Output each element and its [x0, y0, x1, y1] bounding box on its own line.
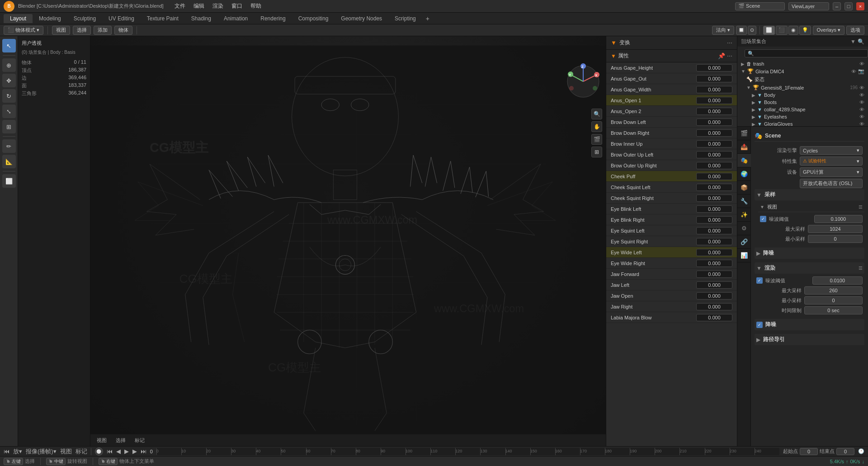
- shape-key-row[interactable]: Jaw Forward 0.000: [606, 269, 737, 280]
- snap-toggle[interactable]: 🔲: [736, 26, 747, 35]
- props-tab-world[interactable]: 🌍: [737, 167, 751, 181]
- outliner-item-body[interactable]: ▶ ▼ Body 👁: [748, 91, 868, 99]
- window-close-btn[interactable]: ×: [856, 2, 864, 10]
- playback-first-btn[interactable]: ⏮: [4, 448, 9, 455]
- props-tab-constraints[interactable]: 🔗: [737, 235, 751, 249]
- menu-window[interactable]: 窗口: [228, 1, 246, 11]
- tab-modeling[interactable]: Modeling: [33, 14, 67, 23]
- shape-keys-list[interactable]: Anus Gape_Height 0.000 Anus Gape_Out 0.0…: [606, 62, 737, 446]
- menu-file[interactable]: 文件: [171, 1, 189, 11]
- props-tab-render[interactable]: 🎬: [737, 127, 751, 140]
- shape-key-row[interactable]: Jaw Open 0.000: [606, 290, 737, 301]
- shape-key-row[interactable]: Brow Down Right 0.000: [606, 128, 737, 138]
- playback-skip-start-btn[interactable]: ⏮: [107, 448, 113, 455]
- shape-key-value[interactable]: 0.000: [696, 227, 732, 234]
- pin-icon[interactable]: 📌: [718, 52, 725, 59]
- shape-key-row[interactable]: Anus_Open 2 0.000: [606, 106, 737, 117]
- add-cube-btn[interactable]: ⬜: [2, 174, 16, 188]
- shape-key-row[interactable]: Anus_Open 1 0.000: [606, 95, 737, 106]
- denoising2-checkbox[interactable]: ✓: [756, 322, 763, 328]
- attributes-header[interactable]: ▼ 属性 📌 ⋯: [606, 50, 737, 62]
- select-tool-btn[interactable]: ↖: [2, 39, 16, 52]
- shape-key-row[interactable]: Eye Wide Right 0.000: [606, 258, 737, 269]
- shape-keys-expand-btn[interactable]: ⋯: [727, 40, 732, 46]
- tab-rendering[interactable]: Rendering: [254, 14, 292, 23]
- osl-btn[interactable]: 开放式着色语言 (OSL): [800, 179, 863, 188]
- max-samples-value[interactable]: 1024: [808, 225, 863, 233]
- shape-key-value[interactable]: 0.000: [696, 119, 732, 126]
- shape-key-value[interactable]: 0.000: [696, 64, 732, 71]
- navigation-gizmo[interactable]: X Y Z: [565, 63, 601, 100]
- current-frame-display[interactable]: 0: [150, 449, 153, 454]
- shape-key-row[interactable]: Jaw Right 0.000: [606, 301, 737, 312]
- noise-threshold-checkbox[interactable]: ✓: [760, 216, 766, 222]
- shape-key-value[interactable]: 0.000: [696, 260, 732, 267]
- shape-key-row[interactable]: Eye Squint Right 0.000: [606, 236, 737, 247]
- outliner-search-input[interactable]: [745, 49, 868, 57]
- shape-key-value[interactable]: 0.000: [696, 129, 732, 137]
- collapse-arrow[interactable]: ▼: [611, 39, 617, 46]
- outliner-item-genesis[interactable]: ▼ 🏆 Genesis8_1Female 196 👁: [743, 84, 868, 91]
- shape-key-row[interactable]: Cheek Squint Left 0.000: [606, 182, 737, 193]
- shape-key-value[interactable]: 0.000: [696, 281, 732, 289]
- add-workspace-btn[interactable]: +: [422, 14, 433, 24]
- grid-view-btn[interactable]: ⊞: [591, 147, 602, 157]
- shape-key-value[interactable]: 0.000: [696, 195, 732, 202]
- playback-keying-btn[interactable]: ⚪: [95, 447, 103, 456]
- props-tab-data[interactable]: 📊: [737, 249, 751, 262]
- device-dropdown[interactable]: GPU计算 ▾: [800, 167, 863, 177]
- vp-view-btn[interactable]: 视图: [94, 436, 109, 445]
- overlay-btn[interactable]: Overlays ▾: [813, 26, 844, 35]
- render-time-value[interactable]: 0 sec: [804, 306, 863, 314]
- shape-key-row[interactable]: Cheek Squint Right 0.000: [606, 193, 737, 204]
- shape-key-row[interactable]: Brow Inner Up 0.000: [606, 138, 737, 149]
- props-tab-modifier[interactable]: 🔧: [737, 195, 751, 208]
- camera-view-btn[interactable]: 🎬: [591, 134, 602, 145]
- shape-key-value[interactable]: 0.000: [696, 86, 732, 93]
- shape-key-row[interactable]: Anus Gape_Height 0.000: [606, 62, 737, 73]
- shape-key-row[interactable]: Brow Down Left 0.000: [606, 117, 737, 128]
- expand-icon[interactable]: ⋯: [727, 53, 732, 59]
- props-tab-output[interactable]: 📤: [737, 140, 751, 154]
- outliner-item-boots[interactable]: ▶ ▼ Boots 👁: [748, 99, 868, 106]
- outliner-item-trash[interactable]: ▶ 🗑 trash 👁: [737, 60, 868, 67]
- gizmo-dropdown[interactable]: 法向 ▾: [712, 26, 734, 35]
- props-tab-physics[interactable]: ⚙: [737, 222, 751, 235]
- material-preview-btn[interactable]: ◉: [788, 26, 798, 35]
- shape-key-row[interactable]: Cheek Puff 0.000: [606, 171, 737, 182]
- tab-scripting[interactable]: Scripting: [388, 14, 422, 23]
- visibility-toggle[interactable]: 👁: [851, 69, 856, 74]
- shape-key-row[interactable]: Labia Majora Blow 0.000: [606, 312, 737, 323]
- menu-edit[interactable]: 编辑: [190, 1, 208, 11]
- playback-camera[interactable]: 报像(播帧)▾: [26, 447, 57, 456]
- shape-key-value[interactable]: 0.000: [696, 97, 732, 104]
- shape-key-row[interactable]: Eye Squint Left 0.000: [606, 225, 737, 236]
- render-max-value[interactable]: 260: [804, 286, 863, 295]
- path-guiding-header[interactable]: ▶ 路径导引: [755, 334, 864, 345]
- outliner-item-collar[interactable]: ▶ ▼ collar_4289.Shape 👁: [748, 106, 868, 113]
- window-minimize-btn[interactable]: –: [833, 2, 841, 10]
- object-menu-btn[interactable]: 物体: [114, 26, 132, 35]
- shape-key-value[interactable]: 0.000: [696, 184, 732, 191]
- shape-key-value[interactable]: 0.000: [696, 249, 732, 256]
- min-samples-value[interactable]: 0: [808, 235, 863, 243]
- add-menu-btn[interactable]: 添加: [94, 26, 112, 35]
- tab-uv-editing[interactable]: UV Editing: [102, 14, 141, 23]
- shape-key-row[interactable]: Anus Gape_Out 0.000: [606, 73, 737, 84]
- viewport-subsection-header[interactable]: ▼ 视图 ☰: [758, 202, 864, 212]
- visibility-toggle[interactable]: 👁: [859, 85, 864, 90]
- shape-key-row[interactable]: Brow Outer Up Right 0.000: [606, 160, 737, 171]
- denoising2-header[interactable]: ✓ 降噪: [755, 319, 864, 330]
- outliner-item-gloria[interactable]: ▼ 🏆 Gloria DMC4 👁 📷: [737, 67, 868, 75]
- render-min-value[interactable]: 0: [804, 296, 863, 304]
- shape-key-row[interactable]: Eye Blink Right 0.000: [606, 214, 737, 225]
- outliner-item-gloves[interactable]: ▶ ▼ GloriaGloves 👁: [748, 120, 868, 127]
- rendered-mode-btn[interactable]: 💡: [799, 26, 811, 35]
- tab-texture-paint[interactable]: Texture Paint: [141, 14, 185, 23]
- viewport-3d[interactable]: CG模型主 www.CGMXW.com CG模型主 www.CGMXW.com …: [90, 36, 606, 446]
- playback-prev-frame-btn[interactable]: ◀: [116, 448, 121, 455]
- rotate-tool-btn[interactable]: ↻: [2, 89, 16, 103]
- shape-key-value[interactable]: 0.000: [696, 271, 732, 278]
- shape-key-row[interactable]: Jaw Left 0.000: [606, 280, 737, 290]
- props-tab-particles[interactable]: ✨: [737, 208, 751, 222]
